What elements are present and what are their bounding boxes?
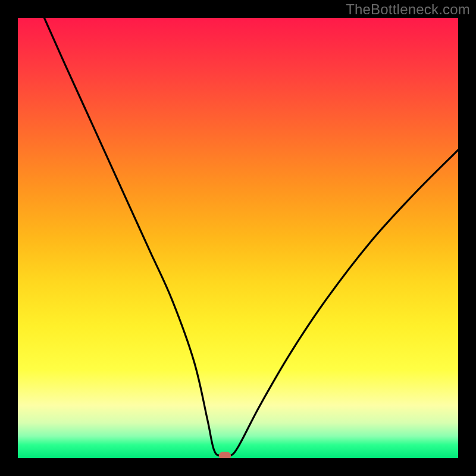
chart-frame: TheBottleneck.com [0, 0, 476, 476]
optimal-marker-icon [219, 452, 231, 458]
curve-layer [18, 18, 458, 458]
bottleneck-curve [44, 18, 458, 457]
plot-area [18, 18, 458, 458]
watermark-text: TheBottleneck.com [346, 1, 470, 18]
